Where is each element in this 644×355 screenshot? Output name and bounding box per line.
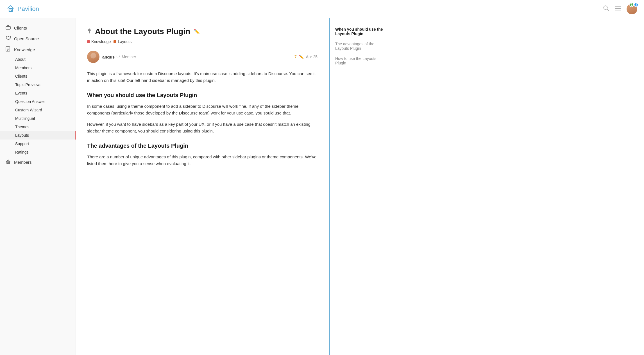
sidebar-item-knowledge[interactable]: Knowledge	[0, 44, 76, 55]
tag-knowledge[interactable]: Knowledge	[87, 39, 111, 44]
tag-layouts-label: Layouts	[118, 39, 131, 44]
badge-green: 1	[629, 3, 634, 7]
badge-blue: 3	[634, 3, 638, 7]
sidebar-sub-item-about[interactable]: About	[0, 55, 76, 64]
briefcase-icon	[6, 25, 11, 31]
logo-icon	[7, 5, 15, 13]
post-date-row: 7 ✏️ Apr 25	[294, 55, 318, 59]
section1-heading: When you should use the Layouts Plugin	[87, 91, 318, 100]
sidebar-sub-support-label: Support	[15, 141, 29, 146]
logo-text: Pavilion	[17, 5, 39, 13]
post-date: Apr 25	[306, 55, 318, 59]
tag-knowledge-label: Knowledge	[91, 39, 111, 44]
sidebar-item-open-source-label: Open Source	[14, 36, 39, 41]
tags-row: Knowledge Layouts	[87, 39, 318, 44]
sidebar-sub-topic-previews-label: Topic Previews	[15, 82, 41, 87]
section2-heading: The advantages of the Layouts Plugin	[87, 141, 318, 150]
search-icon[interactable]	[603, 5, 609, 13]
sidebar-sub-themes-label: Themes	[15, 125, 30, 129]
sidebar-sub-wizard-label: Custom Wizard	[15, 108, 42, 112]
post-body: This plugin is a framework for custom Di…	[87, 70, 318, 167]
tag-layouts[interactable]: Layouts	[114, 39, 131, 44]
sidebar-item-clients-label: Clients	[14, 26, 27, 30]
toc-item-1-label: When you should use the Layouts Plugin	[335, 27, 383, 36]
sidebar-sub-item-support[interactable]: Support	[0, 140, 76, 148]
file-icon	[6, 46, 11, 53]
user-avatar[interactable]: 1 3	[627, 4, 637, 14]
title-edit-icon[interactable]: ✏️	[194, 28, 200, 35]
header: Pavilion 1 3	[0, 0, 644, 18]
toc-item-2-label: The advantages of the Layouts Plugin	[335, 42, 374, 51]
post-meta: angus 🛡 Member 7 ✏️ Apr 25	[87, 51, 318, 66]
section1-body1: In some cases, using a theme component t…	[87, 103, 318, 116]
sidebar-sub-item-topic-previews[interactable]: Topic Previews	[0, 80, 76, 89]
sidebar-sub-item-themes[interactable]: Themes	[0, 123, 76, 131]
toc-item-1[interactable]: When you should use the Layouts Plugin	[335, 27, 385, 36]
sidebar-sub-item-question-answer[interactable]: Question Answer	[0, 97, 76, 106]
page-layout: Clients Open Source Knowledge About Memb…	[0, 18, 644, 355]
sidebar-item-clients[interactable]: Clients	[0, 23, 76, 33]
sidebar-sub-item-members[interactable]: Members	[0, 64, 76, 72]
sidebar-sub-item-events[interactable]: Events	[0, 89, 76, 97]
home-icon	[6, 159, 11, 165]
sidebar-sub-clients-label: Clients	[15, 74, 27, 78]
sidebar-sub-item-custom-wizard[interactable]: Custom Wizard	[0, 106, 76, 114]
post-intro: This plugin is a framework for custom Di…	[87, 70, 318, 84]
sidebar-sub-item-layouts[interactable]: Layouts	[0, 131, 76, 140]
author-info: angus 🛡 Member	[87, 51, 136, 63]
sidebar-members-bottom-label: Members	[14, 160, 32, 165]
post-title: About the Layouts Plugin	[95, 27, 190, 36]
section1-body2: However, if you want to have sidebars as…	[87, 121, 318, 134]
toc-item-3-label: How to use the Layouts Plugin	[335, 56, 376, 65]
sidebar-sub-item-ratings[interactable]: Ratings	[0, 148, 76, 156]
author-name-row: angus 🛡 Member	[102, 55, 136, 59]
sidebar-sub-qa-label: Question Answer	[15, 99, 45, 104]
left-sidebar: Clients Open Source Knowledge About Memb…	[0, 18, 76, 355]
section2-body: There are a number of unique advantages …	[87, 154, 318, 167]
sidebar-sub-events-label: Events	[15, 91, 27, 95]
author-role: Member	[122, 55, 136, 59]
menu-icon[interactable]	[615, 6, 621, 12]
sidebar-item-knowledge-label: Knowledge	[14, 47, 35, 52]
author-avatar[interactable]	[87, 51, 99, 63]
pin-icon	[87, 28, 92, 35]
toc-item-3[interactable]: How to use the Layouts Plugin	[335, 56, 385, 65]
sidebar-sub-members-label: Members	[15, 66, 31, 70]
logo-area: Pavilion	[7, 5, 39, 13]
header-actions: 1 3	[603, 4, 637, 14]
author-name: angus	[102, 55, 115, 59]
sidebar-sub-layouts-label: Layouts	[15, 133, 29, 138]
svg-rect-7	[6, 26, 10, 29]
main-content-area: About the Layouts Plugin ✏️ Knowledge La…	[76, 18, 329, 355]
tag-dot-layouts	[114, 40, 116, 43]
trust-shield-icon: 🛡	[116, 55, 120, 59]
svg-line-3	[607, 9, 609, 11]
edit-pencil-icon: ✏️	[299, 55, 304, 59]
post-title-row: About the Layouts Plugin ✏️	[87, 27, 318, 36]
heart-icon	[6, 36, 11, 41]
edit-count: 7	[294, 55, 297, 59]
sidebar-sub-item-multilingual[interactable]: Multilingual	[0, 114, 76, 123]
svg-rect-13	[8, 163, 9, 164]
tag-dot-knowledge	[87, 40, 90, 43]
sidebar-item-open-source[interactable]: Open Source	[0, 33, 76, 44]
author-details: angus 🛡 Member	[102, 55, 136, 59]
sidebar-item-members-bottom[interactable]: Members	[0, 156, 76, 168]
sidebar-sub-ratings-label: Ratings	[15, 150, 28, 154]
sidebar-sub-item-clients[interactable]: Clients	[0, 72, 76, 80]
sidebar-sub-about-label: About	[15, 57, 26, 62]
toc-item-2[interactable]: The advantages of the Layouts Plugin	[335, 42, 385, 51]
sidebar-sub-multilingual-label: Multilingual	[15, 116, 35, 121]
toc-sidebar: When you should use the Layouts Plugin T…	[329, 18, 391, 355]
